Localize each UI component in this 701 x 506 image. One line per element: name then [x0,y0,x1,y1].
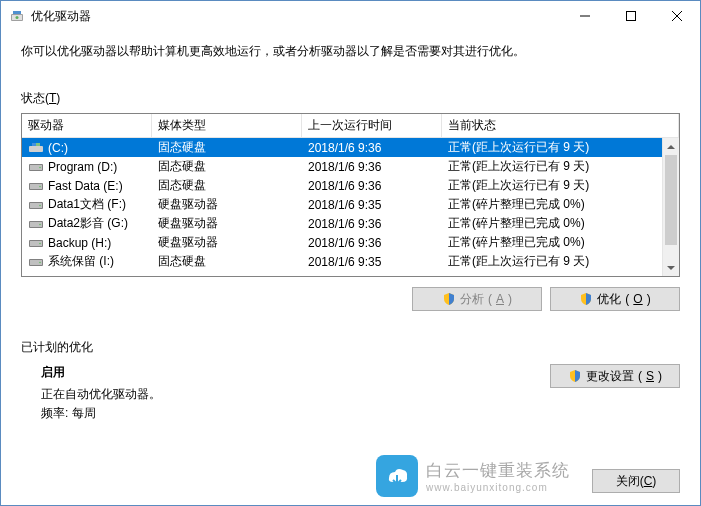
drive-status: 正常(碎片整理已完成 0%) [442,215,679,232]
watermark-logo-icon [376,455,418,497]
drive-type: 硬盘驱动器 [152,234,302,251]
drive-icon [28,199,44,211]
shield-icon [579,292,593,306]
header-drive[interactable]: 驱动器 [22,114,152,137]
svg-point-25 [39,242,41,244]
drive-icon [28,161,44,173]
change-settings-button[interactable]: 更改设置(S) [550,364,680,388]
svg-rect-10 [36,143,40,146]
titlebar: 优化驱动器 [1,1,700,31]
drive-icon [28,218,44,230]
drive-name: Data2影音 (G:) [48,215,128,232]
svg-point-28 [39,261,41,263]
table-row[interactable]: Data2影音 (G:)硬盘驱动器2018/1/6 9:36正常(碎片整理已完成… [22,214,679,233]
scroll-thumb[interactable] [665,155,677,245]
svg-point-13 [39,166,41,168]
minimize-button[interactable] [562,1,608,31]
drive-status: 正常(距上次运行已有 9 天) [442,158,679,175]
shield-icon [442,292,456,306]
status-label: 状态(T) [21,90,680,107]
content-area: 你可以优化驱动器以帮助计算机更高效地运行，或者分析驱动器以了解是否需要对其进行优… [1,31,700,423]
drive-last-run: 2018/1/6 9:36 [302,179,442,193]
drive-name: Fast Data (E:) [48,179,123,193]
drive-name: Data1文档 (F:) [48,196,126,213]
svg-rect-9 [32,143,36,146]
drive-status: 正常(碎片整理已完成 0%) [442,234,679,251]
svg-rect-2 [13,11,21,14]
drive-name: 系统保留 (I:) [48,253,114,270]
window-title: 优化驱动器 [31,8,91,25]
scrollbar[interactable] [662,138,679,276]
svg-point-22 [39,223,41,225]
maximize-button[interactable] [608,1,654,31]
drive-name: Program (D:) [48,160,117,174]
drive-last-run: 2018/1/6 9:36 [302,217,442,231]
svg-point-16 [39,185,41,187]
drive-status: 正常(距上次运行已有 9 天) [442,139,679,156]
enabled-label: 启用 [41,364,161,381]
action-buttons: 分析(A) 优化(O) [21,287,680,311]
drive-last-run: 2018/1/6 9:36 [302,160,442,174]
svg-point-19 [39,204,41,206]
watermark-url: www.baiyunxitong.com [426,482,570,493]
svg-marker-30 [667,266,675,270]
watermark: 白云一键重装系统 www.baiyunxitong.com [376,455,570,497]
auto-optimize-text: 正在自动优化驱动器。 [41,385,161,404]
drive-last-run: 2018/1/6 9:36 [302,141,442,155]
table-row[interactable]: Fast Data (E:)固态硬盘2018/1/6 9:36正常(距上次运行已… [22,176,679,195]
drive-status: 正常(距上次运行已有 9 天) [442,177,679,194]
analyze-button[interactable]: 分析(A) [412,287,542,311]
window-controls [562,1,700,31]
drive-name: (C:) [48,141,68,155]
drive-last-run: 2018/1/6 9:35 [302,255,442,269]
titlebar-left: 优化驱动器 [9,8,91,25]
drive-type: 硬盘驱动器 [152,215,302,232]
drive-status: 正常(距上次运行已有 9 天) [442,253,679,270]
svg-rect-8 [29,146,43,152]
drive-icon [28,256,44,268]
scheduled-section: 已计划的优化 启用 正在自动优化驱动器。 频率: 每周 更改设置(S) [21,339,680,423]
table-row[interactable]: (C:)固态硬盘2018/1/6 9:36正常(距上次运行已有 9 天) [22,138,679,157]
drive-type: 固态硬盘 [152,158,302,175]
table-row[interactable]: Backup (H:)硬盘驱动器2018/1/6 9:36正常(碎片整理已完成 … [22,233,679,252]
table-body: (C:)固态硬盘2018/1/6 9:36正常(距上次运行已有 9 天)Prog… [22,138,679,271]
svg-rect-5 [627,12,636,21]
drive-type: 固态硬盘 [152,253,302,270]
drive-status: 正常(碎片整理已完成 0%) [442,196,679,213]
drive-last-run: 2018/1/6 9:36 [302,236,442,250]
drive-type: 硬盘驱动器 [152,196,302,213]
svg-marker-29 [667,145,675,149]
table-row[interactable]: 系统保留 (I:)固态硬盘2018/1/6 9:35正常(距上次运行已有 9 天… [22,252,679,271]
table-row[interactable]: Data1文档 (F:)硬盘驱动器2018/1/6 9:35正常(碎片整理已完成… [22,195,679,214]
scroll-up-button[interactable] [663,138,679,155]
table-row[interactable]: Program (D:)固态硬盘2018/1/6 9:36正常(距上次运行已有 … [22,157,679,176]
footer: 关闭(C) [592,469,680,493]
drive-icon [28,180,44,192]
drive-icon [28,142,44,154]
header-type[interactable]: 媒体类型 [152,114,302,137]
frequency-text: 频率: 每周 [41,404,161,423]
scheduled-info: 启用 正在自动优化驱动器。 频率: 每周 [21,364,161,423]
drive-name: Backup (H:) [48,236,111,250]
app-icon [9,8,25,24]
scroll-down-button[interactable] [663,259,679,276]
scheduled-label: 已计划的优化 [21,339,680,356]
drive-last-run: 2018/1/6 9:35 [302,198,442,212]
drives-table: 驱动器 媒体类型 上一次运行时间 当前状态 (C:)固态硬盘2018/1/6 9… [21,113,680,277]
table-header: 驱动器 媒体类型 上一次运行时间 当前状态 [22,114,679,138]
watermark-title: 白云一键重装系统 [426,459,570,482]
shield-icon [568,369,582,383]
svg-point-3 [16,16,19,19]
drive-icon [28,237,44,249]
header-status[interactable]: 当前状态 [442,114,679,137]
close-button[interactable]: 关闭(C) [592,469,680,493]
drive-type: 固态硬盘 [152,177,302,194]
description-text: 你可以优化驱动器以帮助计算机更高效地运行，或者分析驱动器以了解是否需要对其进行优… [21,43,680,60]
optimize-button[interactable]: 优化(O) [550,287,680,311]
header-last-run[interactable]: 上一次运行时间 [302,114,442,137]
close-window-button[interactable] [654,1,700,31]
drive-type: 固态硬盘 [152,139,302,156]
